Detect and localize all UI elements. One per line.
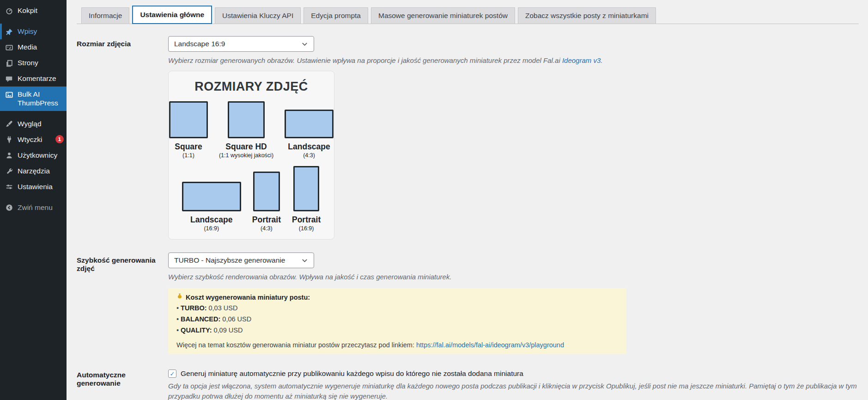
tab-masowe-generowanie[interactable]: Masowe generowanie miniaturek postów <box>371 7 515 24</box>
image-size-select-value: Landscape 16:9 <box>174 40 225 48</box>
plugin-icon <box>5 135 13 144</box>
cost-notice-box: Koszt wygenerowania miniatury postu: • T… <box>168 288 626 354</box>
image-size-select[interactable]: Landscape 16:9 <box>168 36 314 52</box>
tab-zobacz-posty[interactable]: Zobacz wszystkie posty z miniaturkami <box>518 7 656 24</box>
collapse-arrow-icon <box>5 203 13 212</box>
sidebar-item-label: Narzędzia <box>18 166 64 175</box>
auto-generate-checkbox[interactable]: ✓ <box>168 369 176 378</box>
image-size-row: Rozmiar zdjęcia Landscape 16:9 Wybierz r… <box>77 36 859 240</box>
sidebar-item-wpisy[interactable]: Wpisy <box>0 24 67 39</box>
size-option-landscape-43: Landscape (4:3) <box>285 101 334 159</box>
sidebar-item-komentarze[interactable]: Komentarze <box>0 71 67 86</box>
square-shape <box>169 101 208 138</box>
chevron-down-icon <box>301 257 308 264</box>
sidebar-item-label: Wpisy <box>18 27 64 36</box>
landscape-169-shape <box>182 182 241 211</box>
auto-generate-checkbox-label: Generuj miniaturę automatycznie przy pub… <box>181 369 523 378</box>
sidebar-item-label: Użytkownicy <box>18 151 64 160</box>
sidebar-item-label: Media <box>18 43 64 51</box>
sidebar-item-uzytkownicy[interactable]: Użytkownicy <box>0 148 67 163</box>
cost-item-balanced: • BALANCED: 0,06 USD <box>176 315 618 324</box>
speed-select[interactable]: TURBO - Najszybsze generowanie <box>168 252 314 268</box>
cost-item-turbo: • TURBO: 0,03 USD <box>176 304 618 313</box>
tab-informacje[interactable]: Informacje <box>81 7 129 24</box>
sidebar-item-wyglad[interactable]: Wygląd <box>0 116 67 132</box>
menu-separator <box>0 111 67 116</box>
sliders-icon <box>5 183 13 191</box>
sidebar-item-bulk-ai-thumbpress[interactable]: Bulk AI ThumbPress <box>0 86 67 111</box>
auto-generate-label: Automatyczne generowanie <box>77 367 168 400</box>
size-option-landscape-169: Landscape (16:9) <box>182 166 241 232</box>
size-option-square: Square (1:1) <box>169 101 208 159</box>
size-option-square-hd: Square HD (1:1 wysokiej jakości) <box>219 101 273 159</box>
settings-tabs: Informacje Ustawienia główne Ustawienia … <box>77 6 859 24</box>
cost-heading: Koszt wygenerowania miniatury postu: <box>176 293 618 302</box>
checkmark-icon: ✓ <box>170 370 175 377</box>
auto-generate-description: Gdy ta opcja jest włączona, system autom… <box>168 381 859 400</box>
sidebar-item-label: Zwiń menu <box>18 203 64 212</box>
auto-generate-row: Automatyczne generowanie ✓ Generuj minia… <box>77 367 859 400</box>
portrait-43-shape <box>253 172 280 211</box>
auto-generate-option: ✓ Generuj miniaturę automatycznie przy p… <box>168 367 859 378</box>
sidebar-item-label: Ustawienia <box>18 182 64 191</box>
admin-sidebar: Kokpit Wpisy Media Strony Komentar <box>0 0 67 400</box>
landscape-43-shape <box>285 110 334 138</box>
fal-playground-link[interactable]: https://fal.ai/models/fal-ai/ideogram/v3… <box>416 341 564 349</box>
menu-separator <box>0 18 67 24</box>
tab-edycja-prompta[interactable]: Edycja prompta <box>303 7 368 24</box>
sidebar-item-label: Wygląd <box>18 119 64 128</box>
speed-select-value: TURBO - Najszybsze generowanie <box>174 256 285 265</box>
cost-item-quality: • QUALITY: 0,09 USD <box>176 326 618 335</box>
size-option-portrait-43: Portrait (4:3) <box>252 166 281 232</box>
collapse-menu-button[interactable]: Zwiń menu <box>0 200 67 215</box>
speed-row: Szybkość generowania zdjęć TURBO - Najsz… <box>77 252 859 354</box>
size-chart-row-2: Landscape (16:9) Portrait (4:3) Portrait <box>169 166 334 232</box>
image-size-description: Wybierz rozmiar generowanych obrazów. Us… <box>168 56 859 64</box>
wordpress-admin: Kokpit Wpisy Media Strony Komentar <box>0 0 868 400</box>
sidebar-item-label: Komentarze <box>18 74 64 83</box>
update-count-badge: 1 <box>55 135 64 143</box>
sidebar-item-narzedzia[interactable]: Narzędzia <box>0 163 67 179</box>
sidebar-item-label: Strony <box>18 58 64 67</box>
portrait-169-shape <box>293 166 319 211</box>
size-chart-row-1: Square (1:1) Square HD (1:1 wysokiej jak… <box>169 101 334 159</box>
brush-icon <box>5 120 13 129</box>
comments-icon <box>5 74 13 83</box>
chevron-down-icon <box>301 41 308 48</box>
size-option-portrait-169: Portrait (16:9) <box>292 166 321 232</box>
image-icon <box>5 90 13 99</box>
sidebar-item-ustawienia[interactable]: Ustawienia <box>0 179 67 195</box>
sidebar-item-wtyczki[interactable]: Wtyczki 1 <box>0 132 67 148</box>
sidebar-item-strony[interactable]: Strony <box>0 55 67 71</box>
size-chart-title: ROZMIARY ZDJĘĆ <box>169 80 334 94</box>
money-bag-icon <box>176 293 183 302</box>
square-hd-shape <box>228 101 265 138</box>
tab-ustawienia-glowne[interactable]: Ustawienia główne <box>132 6 212 24</box>
pages-icon <box>5 59 13 68</box>
speed-label: Szybkość generowania zdjęć <box>77 252 168 354</box>
image-size-label: Rozmiar zdjęcia <box>77 36 168 240</box>
sidebar-item-label: Bulk AI ThumbPress <box>18 90 64 108</box>
users-icon <box>5 151 13 160</box>
dashboard-icon <box>5 6 13 15</box>
media-icon <box>5 43 13 52</box>
ideogram-link[interactable]: Ideogram v3. <box>562 56 603 64</box>
sidebar-item-label: Kokpit <box>18 6 64 15</box>
settings-page: Informacje Ustawienia główne Ustawienia … <box>67 0 868 400</box>
sidebar-item-label: Wtyczki <box>18 135 49 144</box>
size-chart-panel: ROZMIARY ZDJĘĆ Square (1:1) Square HD (1… <box>168 71 334 240</box>
cost-footer: Więcej na temat kosztów generowania mini… <box>176 341 618 349</box>
wrench-icon <box>5 167 13 176</box>
tab-ustawienia-kluczy-api[interactable]: Ustawienia Kluczy API <box>215 7 301 24</box>
sidebar-item-kokpit[interactable]: Kokpit <box>0 3 67 18</box>
speed-description: Wybierz szybkość renderowania obrazów. W… <box>168 273 859 281</box>
sidebar-item-media[interactable]: Media <box>0 39 67 55</box>
pushpin-icon <box>5 27 13 36</box>
settings-form: Rozmiar zdjęcia Landscape 16:9 Wybierz r… <box>77 36 859 400</box>
